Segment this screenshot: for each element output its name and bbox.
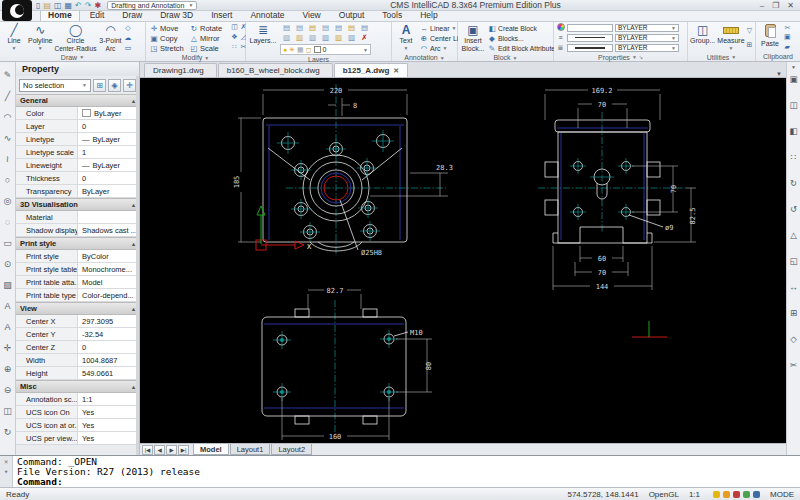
align-icon[interactable]: ⊞: [790, 308, 797, 334]
array-icon[interactable]: ∷: [230, 43, 239, 53]
front-dim-height[interactable]: 185: [233, 176, 241, 189]
maximize-button[interactable]: ❐: [772, 1, 779, 10]
line-button[interactable]: ╱ Line▼: [2, 23, 26, 52]
close-button[interactable]: ✕: [787, 1, 794, 10]
property-row[interactable]: Print table atta... Model: [16, 276, 139, 289]
explode-icon[interactable]: ❖: [230, 33, 239, 43]
expand-command-icon[interactable]: ▾: [4, 468, 8, 476]
linetype-combo[interactable]: BYLAYER▼: [615, 34, 679, 42]
front-bore-label[interactable]: Ø25H8: [361, 249, 382, 257]
layer-lock-icon[interactable]: ▤: [332, 23, 345, 33]
undo-icon[interactable]: ↶: [75, 1, 82, 10]
revision-cloud-icon[interactable]: ☁: [124, 33, 131, 42]
property-row[interactable]: Center Y -32.54: [16, 328, 139, 341]
section-header-view[interactable]: View▴: [16, 302, 139, 315]
side-dim-slot[interactable]: 60: [598, 255, 606, 263]
quick-select-button[interactable]: ⊞: [93, 79, 106, 92]
property-row[interactable]: Height 549.0661: [16, 367, 139, 380]
bottom-thread-label[interactable]: M10: [410, 329, 423, 337]
modify-button[interactable]: ◰Scale: [188, 43, 228, 53]
color-combo[interactable]: BYLAYER▼: [615, 24, 679, 32]
property-row[interactable]: Layer 0: [16, 120, 139, 133]
scale-icon[interactable]: ◱: [789, 256, 797, 282]
section-label-block[interactable]: Block▼: [458, 54, 553, 61]
zoom-window-icon[interactable]: ◫: [3, 401, 12, 422]
arc-icon[interactable]: ◠: [4, 107, 12, 128]
text-icon[interactable]: A: [4, 296, 10, 317]
property-row[interactable]: Linetype scale 1: [16, 146, 139, 159]
bottom-dim-width[interactable]: 160: [329, 433, 342, 441]
copy-clip-icon[interactable]: ▣: [784, 32, 791, 41]
explode-icon[interactable]: ◇: [790, 334, 797, 360]
modify-button[interactable]: △Mirror: [188, 33, 228, 43]
document-tab[interactable]: b125_A.dwg✕: [334, 63, 409, 77]
property-row[interactable]: Center X 297.3095: [16, 315, 139, 328]
property-row[interactable]: Width 1004.8687: [16, 354, 139, 367]
modify-button[interactable]: ↻Rotate: [188, 23, 228, 33]
command-history[interactable]: Command: _OPEN File Version: R27 (2013) …: [13, 456, 800, 487]
pan-icon[interactable]: ✛: [4, 338, 12, 359]
section-label-draw[interactable]: Draw▼: [0, 53, 145, 61]
workspace-selector[interactable]: Drafting and Annotation ▼: [107, 1, 197, 10]
mode-label[interactable]: MODE: [770, 490, 794, 499]
layout-nav-button[interactable]: ▶|: [178, 445, 189, 455]
property-row[interactable]: Print style table Monochrome...: [16, 263, 139, 276]
text-button[interactable]: A Text▼: [394, 23, 418, 53]
property-row[interactable]: Print style ByColor: [16, 250, 139, 263]
layout-nav-button[interactable]: |◀: [142, 445, 153, 455]
bottom-view[interactable]: 82.7 M10 80 160: [262, 287, 433, 441]
layer-on-icon[interactable]: ▤: [280, 23, 293, 33]
ellipse-icon[interactable]: ◌: [5, 212, 10, 233]
layer-unlock-icon[interactable]: ▤: [345, 23, 358, 33]
property-row[interactable]: UCS per view... Yes: [16, 432, 139, 445]
layer-isolate-icon[interactable]: ▥: [280, 33, 293, 43]
sketch-icon[interactable]: ✎: [4, 65, 12, 86]
id-point-icon[interactable]: ⊞: [747, 40, 753, 49]
cut-icon[interactable]: ✂: [784, 23, 791, 32]
section-header-3d-visualisation[interactable]: 3D Visualisation▴: [16, 198, 139, 211]
layer-state-icon[interactable]: ▤: [358, 23, 371, 33]
block-item[interactable]: ◆Blocks...: [488, 33, 558, 43]
layer-unisolate-icon[interactable]: ▥: [293, 33, 306, 43]
point-icon[interactable]: ⊙: [4, 254, 12, 275]
freehand-icon[interactable]: ≀: [6, 149, 9, 170]
layer-off-icon[interactable]: ▤: [293, 23, 306, 33]
stretch-icon[interactable]: ↔: [789, 282, 798, 308]
renderer-label[interactable]: OpenGL: [649, 490, 679, 499]
layer-walk-icon[interactable]: ▥: [332, 33, 345, 43]
close-command-icon[interactable]: ✕: [4, 458, 8, 466]
color-swatch-box[interactable]: [567, 24, 613, 32]
front-dim-width[interactable]: 220: [330, 87, 343, 95]
offset-icon[interactable]: ◫: [230, 23, 239, 33]
property-panel-scrollbar[interactable]: [136, 76, 139, 455]
section-label-modify[interactable]: Modify▼: [146, 54, 245, 61]
layer-prev-icon[interactable]: ▥: [319, 33, 332, 43]
bottom-dim-side[interactable]: 80: [425, 362, 433, 370]
property-row[interactable]: Material: [16, 211, 139, 224]
layer-combo[interactable]: ● ✳ ▦ ◻ 0 ▼: [280, 44, 371, 55]
property-row[interactable]: Linetype ByLayer: [16, 133, 139, 146]
workspace-switch-icon[interactable]: ✱: [95, 1, 102, 10]
donut-icon[interactable]: ◎: [4, 191, 12, 212]
layer-match-icon[interactable]: ▥: [306, 33, 319, 43]
side-dim-hole-h[interactable]: 70: [598, 101, 606, 109]
circle-icon[interactable]: ○: [5, 170, 10, 191]
property-row[interactable]: Annotation sc... 1:1: [16, 393, 139, 406]
app-logo-icon[interactable]: [2, 0, 32, 21]
lineweight-preview-box[interactable]: [567, 44, 613, 52]
side-dim-base[interactable]: 144: [596, 283, 609, 291]
layout-tab[interactable]: Layout1: [230, 444, 271, 455]
side-dim-slot-outer[interactable]: 70: [598, 269, 606, 277]
section-header-general[interactable]: General▴: [16, 94, 139, 107]
rotate-ccw-icon[interactable]: ↺: [790, 204, 797, 230]
redo-icon[interactable]: ↷: [85, 1, 92, 10]
front-dim-depth[interactable]: 28.3: [436, 164, 453, 172]
section-label-clipboard[interactable]: Clipboard: [756, 52, 800, 61]
linetype-preview-box[interactable]: [567, 34, 613, 42]
save-icon[interactable]: ◫: [54, 1, 62, 10]
print-icon[interactable]: ▦: [65, 1, 73, 10]
snap-toggle-icon[interactable]: [710, 490, 760, 499]
layer-delete-icon[interactable]: ✗: [358, 33, 371, 43]
property-row[interactable]: Shadow display Shadows cast ...: [16, 224, 139, 237]
rectangle-icon[interactable]: ▭: [124, 43, 131, 52]
